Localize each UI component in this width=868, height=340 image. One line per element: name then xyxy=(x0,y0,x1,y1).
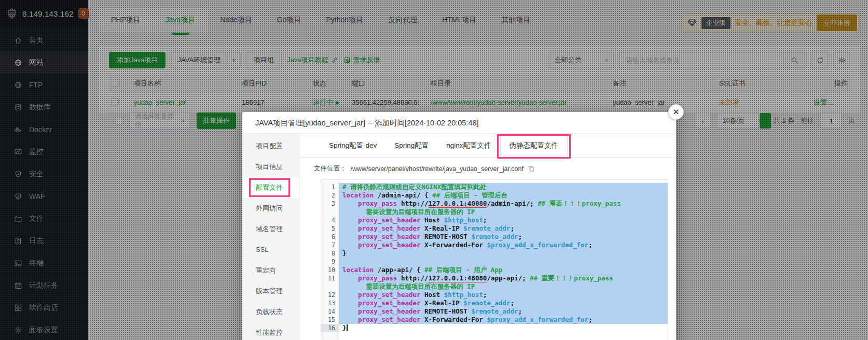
modal-menu-item-project-config[interactable]: 项目配置 xyxy=(242,136,299,157)
code-line: 13 proxy_set_header X-Real-IP $remote_ad… xyxy=(321,299,668,307)
code-text: proxy_set_header X-Forwarded-For $proxy_… xyxy=(339,241,668,249)
code-text: proxy_set_header REMOTE-HOST $remote_add… xyxy=(339,233,668,241)
line-number: 4 xyxy=(321,216,339,224)
code-line: 3 proxy_pass http://127.0.0.1:48080/admi… xyxy=(321,200,668,208)
copy-path-button[interactable] xyxy=(528,165,535,173)
code-text: proxy_set_header X-Real-IP $remote_addr; xyxy=(339,299,668,307)
modal-menu-item-project-info[interactable]: 项目信息 xyxy=(242,157,299,177)
modal-tab-nginx-conf[interactable]: nginx配置文件 xyxy=(437,134,500,158)
line-number: 9 xyxy=(321,258,339,266)
code-lines: 1# 请将伪静态规则或自定义NGINX配置填写到此处2location /adm… xyxy=(321,180,668,332)
line-number: 6 xyxy=(321,233,339,241)
code-text: proxy_pass http://127.0.0.1:48080/app-ap… xyxy=(339,274,668,282)
modal-menu-item-external-access[interactable]: 外网访问 xyxy=(242,198,299,219)
modal-side-menu: 项目配置项目信息配置文件外网访问域名管理SSL重定向版本管理负载状态性能监控 xyxy=(242,134,299,340)
modal-menu-item-load-status[interactable]: 负载状态 xyxy=(242,302,299,322)
code-line: 需要设置为后端项目所在服务器的 IP xyxy=(321,282,668,291)
line-number xyxy=(321,282,339,291)
code-line: 16} xyxy=(321,324,668,332)
code-line: 6 proxy_set_header REMOTE-HOST $remote_a… xyxy=(321,233,668,241)
code-line: 15 proxy_set_header X-Forwarded-For $pro… xyxy=(321,316,668,324)
file-path: /www/server/panel/vhost/rewrite/java_yud… xyxy=(351,165,524,173)
modal-tab-rewrite-conf[interactable]: 伪静态配置文件 xyxy=(500,134,568,158)
line-number: 16 xyxy=(321,324,339,332)
code-text: proxy_set_header Host $http_host; xyxy=(339,216,668,224)
code-line: 2location /admin-api/ { ## 后端项目 - 管理后台 xyxy=(321,191,668,200)
code-text: location /app-api/ { ## 后端项目 - 用户 App xyxy=(339,266,668,274)
code-text: } xyxy=(339,324,668,332)
code-line: 1# 请将伪静态规则或自定义NGINX配置填写到此处 xyxy=(321,183,668,191)
modal-close-button[interactable]: × xyxy=(668,104,684,120)
code-text: proxy_set_header X-Real-IP $remote_addr; xyxy=(339,224,668,233)
copy-icon xyxy=(528,165,535,173)
modal-menu-item-config-file[interactable]: 配置文件 xyxy=(242,177,299,198)
code-line: 9 xyxy=(321,258,668,266)
code-line: 11 proxy_pass http://127.0.0.1:48080/app… xyxy=(321,274,668,282)
modal-menu-item-ssl[interactable]: SSL xyxy=(242,239,299,260)
line-number: 3 xyxy=(321,200,339,208)
code-text: 需要设置为后端项目所在服务器的 IP xyxy=(339,208,668,216)
modal-tab-spring[interactable]: Spring配置 xyxy=(385,134,437,158)
line-number: 5 xyxy=(321,224,339,233)
text-cursor xyxy=(347,324,348,331)
line-number: 14 xyxy=(321,307,339,316)
line-number: 15 xyxy=(321,316,339,324)
code-line: 12 proxy_set_header Host $http_host; xyxy=(321,291,668,299)
code-line: 需要设置为后端项目所在服务器的 IP xyxy=(321,208,668,216)
modal-menu-item-version-manage[interactable]: 版本管理 xyxy=(242,281,299,302)
modal-menu-item-perf-monitor[interactable]: 性能监控 xyxy=(242,322,299,340)
code-text: proxy_set_header REMOTE-HOST $remote_add… xyxy=(339,307,668,316)
modal-body: 项目配置项目信息配置文件外网访问域名管理SSL重定向版本管理负载状态性能监控 S… xyxy=(242,134,676,340)
code-text: proxy_set_header Host $http_host; xyxy=(339,291,668,299)
line-number: 10 xyxy=(321,266,339,274)
modal-config-tabs: Spring配置-devSpring配置nginx配置文件伪静态配置文件 xyxy=(299,134,676,158)
line-number: 1 xyxy=(321,183,339,191)
code-text: proxy_set_header X-Forwarded-For $proxy_… xyxy=(339,316,668,324)
code-line: 5 proxy_set_header X-Real-IP $remote_add… xyxy=(321,224,668,233)
code-text: location /admin-api/ { ## 后端项目 - 管理后台 xyxy=(339,191,668,200)
close-icon: × xyxy=(673,106,679,118)
modal-menu-item-redirect[interactable]: 重定向 xyxy=(242,260,299,281)
line-number: 13 xyxy=(321,299,339,307)
line-number xyxy=(321,208,339,216)
code-line: 8} xyxy=(321,249,668,258)
code-line: 14 proxy_set_header REMOTE-HOST $remote_… xyxy=(321,307,668,316)
code-line: 4 proxy_set_header Host $http_host; xyxy=(321,216,668,224)
code-line: 7 proxy_set_header X-Forwarded-For $prox… xyxy=(321,241,668,249)
code-line: 10location /app-api/ { ## 后端项目 - 用户 App xyxy=(321,266,668,274)
modal-tab-spring-dev[interactable]: Spring配置-dev xyxy=(320,134,385,158)
code-text: proxy_pass http://127.0.0.1:48080/admin-… xyxy=(339,200,668,208)
file-location-label: 文件位置： xyxy=(314,164,347,173)
line-number: 7 xyxy=(321,241,339,249)
file-location-row: 文件位置： /www/server/panel/vhost/rewrite/ja… xyxy=(299,158,676,173)
rewrite-config-editor[interactable]: 1# 请将伪静态规则或自定义NGINX配置填写到此处2location /adm… xyxy=(321,179,668,340)
line-number: 8 xyxy=(321,249,339,258)
modal-content: Spring配置-devSpring配置nginx配置文件伪静态配置文件 文件位… xyxy=(299,134,676,340)
modal-menu-item-domain-manage[interactable]: 域名管理 xyxy=(242,219,299,239)
modal-title: JAVA项目管理[yudao_server_jar] -- 添加时间[2024-… xyxy=(242,112,676,134)
line-number: 2 xyxy=(321,191,339,200)
code-text xyxy=(339,258,668,266)
line-number: 12 xyxy=(321,291,339,299)
code-text: # 请将伪静态规则或自定义NGINX配置填写到此处 xyxy=(339,183,668,191)
code-text: 需要设置为后端项目所在服务器的 IP xyxy=(339,282,668,291)
code-text: } xyxy=(339,249,668,258)
line-number: 11 xyxy=(321,274,339,282)
java-project-modal: × JAVA项目管理[yudao_server_jar] -- 添加时间[202… xyxy=(242,112,676,340)
